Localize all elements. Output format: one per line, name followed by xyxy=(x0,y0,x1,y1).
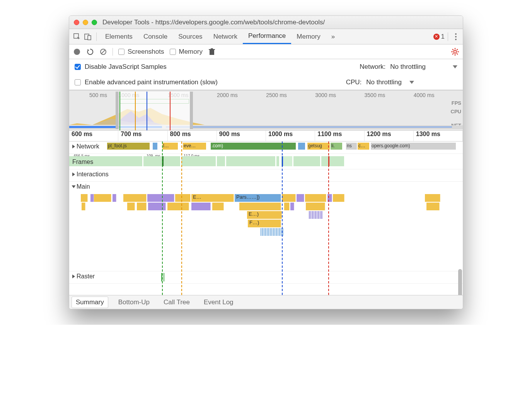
tick: 1100 ms xyxy=(315,131,364,141)
track-name: Frames xyxy=(72,159,93,165)
traffic-lights xyxy=(74,20,97,25)
raster-track[interactable]: Raster xyxy=(69,271,463,284)
tick: 1000 ms xyxy=(266,131,315,141)
close-window-icon[interactable] xyxy=(74,20,79,25)
tick: 500 ms xyxy=(69,92,119,98)
overview-panel[interactable]: 500 ms 1000 ms 1500 ms 2000 ms 2500 ms 3… xyxy=(69,90,463,131)
tab-sources[interactable]: Sources xyxy=(173,29,208,44)
main-flame-chart[interactable]: E… Pars……]) E…) F…) xyxy=(69,194,463,271)
network-throttle-dropdown[interactable]: No throttling xyxy=(390,63,457,71)
svg-line-13 xyxy=(452,49,454,50)
svg-rect-5 xyxy=(210,50,214,55)
device-toolbar-icon[interactable] xyxy=(82,31,93,42)
network-request-bar[interactable]: ns xyxy=(346,143,357,150)
tick: 600 ms xyxy=(69,131,118,141)
memory-checkbox[interactable]: Memory xyxy=(170,48,203,56)
settings-gear-icon[interactable] xyxy=(451,48,459,56)
overview-selection[interactable] xyxy=(116,92,193,129)
marker-blue xyxy=(147,92,147,130)
frames-track-label[interactable]: Frames xyxy=(69,157,96,167)
bottom-tabs: Summary Bottom-Up Call Tree Event Log xyxy=(69,295,463,309)
bottom-tab-call-tree[interactable]: Call Tree xyxy=(160,297,194,308)
network-request-bar[interactable]: l… xyxy=(162,143,178,150)
detail-ruler: 600 ms 700 ms 800 ms 900 ms 1000 ms 1100… xyxy=(69,131,463,142)
flame-chart-area[interactable]: Network pt_foot.jsl…eve….com)getsugli.ns… xyxy=(69,142,463,295)
marker-orange xyxy=(135,92,136,130)
expand-icon xyxy=(72,172,75,176)
svg-rect-2 xyxy=(88,36,91,40)
network-request-bar[interactable]: getsug xyxy=(307,143,330,150)
network-request-bar[interactable] xyxy=(153,143,157,150)
more-tabs-button[interactable]: » xyxy=(326,29,340,44)
error-count: 1 xyxy=(441,33,445,41)
scrollbar-thumb[interactable] xyxy=(458,269,462,295)
marker-red xyxy=(170,92,171,130)
error-badge[interactable]: ✕ 1 xyxy=(433,33,445,41)
interactions-track[interactable]: Interactions xyxy=(69,169,463,182)
paint-instrumentation-checkbox[interactable]: Enable advanced paint instrumentation (s… xyxy=(75,78,218,86)
network-request-bar[interactable]: li. xyxy=(331,143,342,150)
settings-row-2: Enable advanced paint instrumentation (s… xyxy=(69,75,463,90)
tick: 900 ms xyxy=(217,131,266,141)
tab-console[interactable]: Console xyxy=(138,29,173,44)
frames-track[interactable]: 656.5 ms Frames 109. ms 117.0 ms xyxy=(69,154,463,169)
interactions-track-label[interactable]: Interactions xyxy=(69,169,112,179)
network-request-bar[interactable]: .com) xyxy=(211,143,296,150)
flame-block[interactable]: Pars……]) xyxy=(235,194,281,202)
network-request-bar[interactable]: eve… xyxy=(183,143,206,150)
tab-network[interactable]: Network xyxy=(208,29,243,44)
reload-button[interactable] xyxy=(86,48,94,56)
network-track-label[interactable]: Network xyxy=(69,142,102,152)
marker-green xyxy=(119,92,120,130)
track-name: Network xyxy=(77,143,99,150)
network-request-bar[interactable] xyxy=(298,143,305,150)
network-throttle-label: Network: xyxy=(360,63,385,71)
tab-performance[interactable]: Performance xyxy=(243,29,291,44)
cpu-throttle-value: No throttling xyxy=(366,78,402,86)
screenshots-checkbox[interactable]: Screenshots xyxy=(118,48,164,56)
tick: 3000 ms xyxy=(315,92,364,98)
checkbox-icon xyxy=(118,49,124,55)
maximize-window-icon[interactable] xyxy=(92,20,97,25)
chevron-down-icon xyxy=(453,65,457,68)
raster-track-label[interactable]: Raster xyxy=(69,271,98,281)
disable-js-label: Disable JavaScript Samples xyxy=(85,63,167,71)
bottom-tab-summary[interactable]: Summary xyxy=(72,297,108,308)
network-request-bar[interactable]: c… xyxy=(358,143,369,150)
flame-block[interactable]: F…) xyxy=(248,220,281,227)
expand-icon xyxy=(72,274,75,278)
inspect-element-icon[interactable] xyxy=(72,31,82,42)
svg-point-8 xyxy=(454,50,457,53)
disable-js-samples-checkbox[interactable]: Disable JavaScript Samples xyxy=(75,63,167,71)
svg-line-16 xyxy=(457,49,458,50)
kebab-menu-icon[interactable] xyxy=(451,33,460,40)
flame-block[interactable]: E…) xyxy=(247,211,282,219)
divider xyxy=(448,32,448,41)
tick: 800 ms xyxy=(168,131,217,141)
tab-elements[interactable]: Elements xyxy=(100,29,138,44)
main-track-label[interactable]: Main xyxy=(69,182,93,192)
svg-line-14 xyxy=(457,53,458,55)
window-titlebar: Developer Tools - https://developers.goo… xyxy=(69,16,463,29)
main-track-header[interactable]: Main xyxy=(69,182,463,194)
clear-button[interactable] xyxy=(99,48,107,56)
marker-red xyxy=(328,142,329,295)
bottom-tab-event-log[interactable]: Event Log xyxy=(200,297,237,308)
cpu-label: CPU xyxy=(451,107,461,116)
window-title: Developer Tools - https://developers.goo… xyxy=(102,19,325,26)
network-track[interactable]: Network pt_foot.jsl…eve….com)getsugli.ns… xyxy=(69,142,463,154)
vertical-scrollbar[interactable] xyxy=(458,269,462,295)
paint-instr-label: Enable advanced paint instrumentation (s… xyxy=(85,78,218,86)
bottom-tab-bottom-up[interactable]: Bottom-Up xyxy=(114,297,153,308)
checkbox-icon xyxy=(75,79,81,85)
cpu-throttle-dropdown[interactable]: No throttling xyxy=(366,78,414,86)
tab-memory[interactable]: Memory xyxy=(291,29,326,44)
minimize-window-icon[interactable] xyxy=(83,20,88,25)
record-button[interactable] xyxy=(73,48,81,56)
chevron-down-icon xyxy=(409,81,414,84)
network-request-bar[interactable]: pt_foot.js xyxy=(107,143,150,150)
svg-rect-7 xyxy=(211,48,213,49)
flame-block[interactable]: E… xyxy=(191,194,234,202)
trash-button[interactable] xyxy=(208,48,216,56)
network-request-bar[interactable]: opers.google.com) xyxy=(371,143,456,150)
